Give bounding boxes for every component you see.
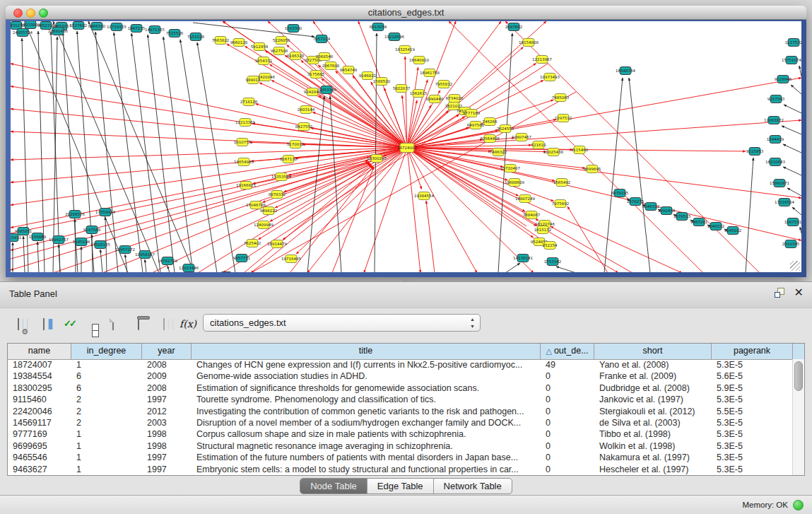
graph-node[interactable]: 9777169: [463, 110, 481, 117]
graph-node[interactable]: 16961758: [420, 69, 440, 77]
graph-node[interactable]: 9215953: [746, 148, 764, 156]
delete-table-icon[interactable]: [154, 314, 174, 334]
graph-node[interactable]: 7485063: [552, 94, 570, 102]
graph-node[interactable]: 2803144: [298, 106, 315, 114]
table-selector-dropdown[interactable]: citations_edges.txt ▲▼: [203, 314, 481, 332]
graph-node[interactable]: 9227343: [767, 95, 785, 103]
graph-node[interactable]: 621610: [531, 141, 546, 149]
graph-node[interactable]: 18724007: [397, 144, 417, 153]
graph-node[interactable]: 1527602: [70, 22, 88, 30]
float-panel-icon[interactable]: [775, 288, 784, 298]
graph-node[interactable]: 7515526: [166, 30, 184, 37]
column-visibility-icon[interactable]: [34, 314, 54, 334]
graph-node[interactable]: 1046232: [707, 223, 725, 230]
column-toggle-icon[interactable]: [82, 314, 102, 334]
new-column-icon[interactable]: [103, 314, 123, 334]
graph-node[interactable]: 9197588: [83, 226, 101, 234]
graph-node[interactable]: 16640910: [409, 57, 429, 64]
graph-node[interactable]: 9467281: [690, 218, 708, 226]
graph-node[interactable]: 1117532: [785, 39, 801, 47]
row-select-icon[interactable]: ✓✓: [59, 314, 79, 334]
table-row[interactable]: 911546021997Tourette syndrome. Phenomeno…: [8, 394, 793, 405]
graph-node[interactable]: 12942757: [49, 236, 69, 244]
graph-node[interactable]: 17957272: [115, 246, 135, 254]
graph-node[interactable]: 1565492: [553, 179, 571, 187]
graph-node[interactable]: 2010345: [782, 240, 800, 248]
graph-node[interactable]: 1362615: [410, 90, 428, 98]
graph-node[interactable]: 12213967: [532, 56, 552, 64]
graph-node[interactable]: 1467135: [128, 25, 146, 33]
tab-edge-table[interactable]: Edge Table: [367, 479, 434, 493]
graph-node[interactable]: 1810755: [234, 139, 252, 146]
vertical-scrollbar[interactable]: [792, 359, 804, 475]
column-header-name[interactable]: name: [8, 344, 71, 359]
graph-node[interactable]: 18325419: [395, 46, 415, 54]
graph-node[interactable]: 19218596: [384, 33, 404, 41]
graph-node[interactable]: 5822037: [393, 85, 411, 93]
graph-node[interactable]: 746266: [483, 118, 498, 126]
graph-node[interactable]: 15751074: [782, 57, 801, 64]
graph-node[interactable]: 9857771: [233, 255, 251, 262]
table-row[interactable]: 969969511998Structural magnetic resonanc…: [8, 440, 793, 452]
graph-node[interactable]: 1092454: [658, 207, 676, 215]
graph-node[interactable]: 2867608: [322, 62, 340, 70]
graph-node[interactable]: 5226058: [273, 37, 290, 45]
tab-node-table[interactable]: Node Table: [300, 479, 367, 493]
table-row[interactable]: 1830029562008Estimation of significance …: [8, 382, 793, 394]
close-panel-icon[interactable]: ✕: [794, 288, 804, 298]
graph-node[interactable]: 9498222: [260, 207, 278, 215]
graph-node[interactable]: 14136141: [513, 255, 533, 262]
graph-node[interactable]: 19654985: [234, 158, 254, 166]
graph-node[interactable]: 16914479: [267, 240, 287, 248]
graph-node[interactable]: 16210643: [765, 158, 785, 166]
graph-node[interactable]: 18807249: [515, 195, 535, 203]
graph-node[interactable]: 8267130: [280, 156, 298, 163]
column-header-out-de-[interactable]: △out_de...: [541, 344, 594, 359]
graph-node[interactable]: 10025438: [543, 148, 563, 156]
table-settings-icon[interactable]: ⚙: [8, 314, 28, 334]
column-header-in-degree[interactable]: in_degree: [71, 344, 142, 359]
graph-node[interactable]: 9245012: [724, 227, 742, 235]
graph-node[interactable]: 1167531: [784, 218, 801, 226]
graph-node[interactable]: 10688609: [505, 179, 524, 187]
graph-node[interactable]: 16782759: [158, 257, 177, 265]
graph-node[interactable]: 1297512: [555, 115, 572, 122]
graph-node[interactable]: 10973493: [540, 74, 560, 81]
graph-node[interactable]: 1244419: [767, 136, 784, 144]
function-builder-icon[interactable]: f(x): [178, 314, 198, 334]
network-canvas[interactable]: 2431270160338099852311106532572405572420…: [11, 21, 801, 272]
graph-node[interactable]: 8427552: [295, 123, 313, 131]
graph-node[interactable]: 8454749: [340, 66, 358, 74]
graph-node[interactable]: 12213369: [235, 119, 255, 127]
graph-node[interactable]: 7151526: [187, 33, 205, 41]
table-row[interactable]: 2242004622012Investigating the contribut…: [8, 406, 793, 417]
graph-node[interactable]: 17016504: [775, 199, 794, 206]
graph-node[interactable]: 24055724: [13, 29, 33, 37]
graph-node[interactable]: 8466160: [88, 23, 106, 30]
graph-node[interactable]: 15992971: [770, 180, 789, 187]
graph-node[interactable]: 19166825: [236, 182, 256, 189]
graph-node[interactable]: 12923446: [179, 264, 199, 272]
graph-node[interactable]: 14671355: [145, 26, 165, 34]
table-row[interactable]: 1456911722003Disruption of a novel membe…: [8, 417, 793, 428]
tab-network-table[interactable]: Network Table: [434, 479, 512, 493]
column-header-year[interactable]: year: [142, 344, 192, 359]
graph-node[interactable]: 1615132: [534, 226, 552, 234]
graph-node[interactable]: 5170012: [287, 141, 305, 148]
window-titlebar[interactable]: citations_edges.txt: [6, 6, 806, 20]
graph-node[interactable]: 9046312: [642, 203, 660, 211]
graph-node[interactable]: 9660128: [230, 39, 248, 47]
graph-node[interactable]: 252254: [543, 242, 558, 250]
graph-node[interactable]: 2718126: [240, 98, 258, 106]
graph-node[interactable]: 8813054: [370, 23, 387, 31]
graph-node[interactable]: 2045120: [218, 272, 235, 273]
graph-node[interactable]: 1678513: [673, 213, 691, 221]
graph-node[interactable]: 10807467: [512, 134, 531, 141]
graph-node[interactable]: 13505135: [90, 241, 110, 249]
window-resize-grip[interactable]: [790, 261, 800, 271]
graph-node[interactable]: 2687682: [505, 23, 523, 31]
graph-node[interactable]: 1603380: [285, 25, 302, 33]
graph-node[interactable]: 20206576: [65, 211, 85, 218]
graph-node[interactable]: 989011: [246, 76, 261, 84]
table-row[interactable]: 1872400712008Changes of HCN gene express…: [8, 359, 793, 370]
